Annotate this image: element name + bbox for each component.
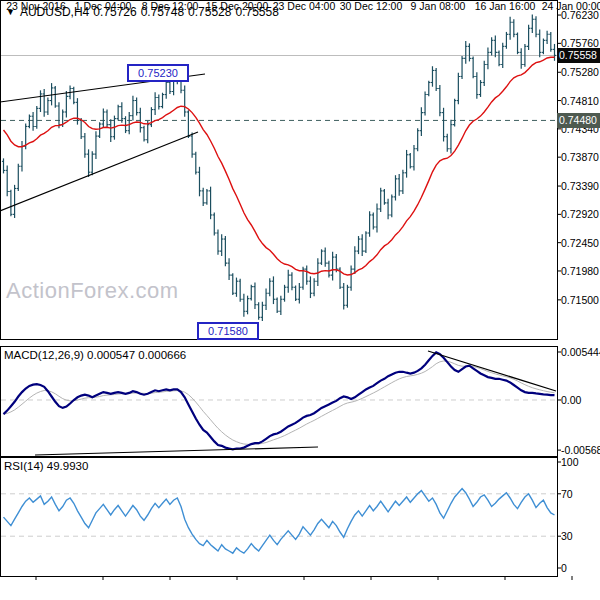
price-axis-label: 0.73390 <box>561 180 599 192</box>
price-axis-label: 0.71980 <box>561 265 599 277</box>
time-axis-label: 23 Dec 04:00 <box>273 0 335 12</box>
resistance-level-box: 0.75230 <box>127 64 189 82</box>
price-axis-label: 0.71500 <box>561 294 599 306</box>
macd-axis-label: 0.005444 <box>561 346 600 358</box>
time-axis-label: 8 Dec 12:00 <box>142 0 199 12</box>
price-axis-label: 0.72450 <box>561 237 599 249</box>
time-axis-label: 23 Nov 2016 <box>6 0 66 12</box>
current-price-badge: 0.75558 <box>557 48 600 63</box>
macd-indicator-label: MACD(12,26,9) 0.000547 0.000666 <box>4 349 186 361</box>
rsi-indicator-label: RSI(14) 49.9930 <box>4 460 88 472</box>
watermark: ActionForex.com <box>6 278 179 304</box>
time-axis-label: 15 Dec 20:00 <box>206 0 268 12</box>
time-axis-label: 16 Jan 16:00 <box>475 0 536 12</box>
macd-axis-label: 0.00 <box>561 394 581 406</box>
price-axis-label: 0.75280 <box>561 66 599 78</box>
rsi-axis-label: 0 <box>561 562 567 574</box>
macd-axis-label: -0.005685 <box>561 444 600 456</box>
price-axis-label: 0.74810 <box>561 95 599 107</box>
time-axis-label: 9 Jan 08:00 <box>411 0 466 12</box>
rsi-axis-label: 30 <box>561 530 573 542</box>
trading-chart-window: ▼AUDUSD,H40.757260.757480.755280.75558 A… <box>0 0 600 600</box>
time-axis-label: 30 Dec 12:00 <box>340 0 402 12</box>
price-axis-label: 0.72920 <box>561 208 599 220</box>
rsi-axis-label: 100 <box>561 456 579 468</box>
time-axis-label: 24 Jan 00:00 <box>542 0 600 12</box>
support-level-box: 0.71580 <box>197 322 259 340</box>
price-axis-label: 0.73870 <box>561 151 599 163</box>
time-axis-label: 1 Dec 04:00 <box>75 0 132 12</box>
marked-level-badge: 0.74480 <box>557 113 600 128</box>
rsi-axis-label: 70 <box>561 488 573 500</box>
